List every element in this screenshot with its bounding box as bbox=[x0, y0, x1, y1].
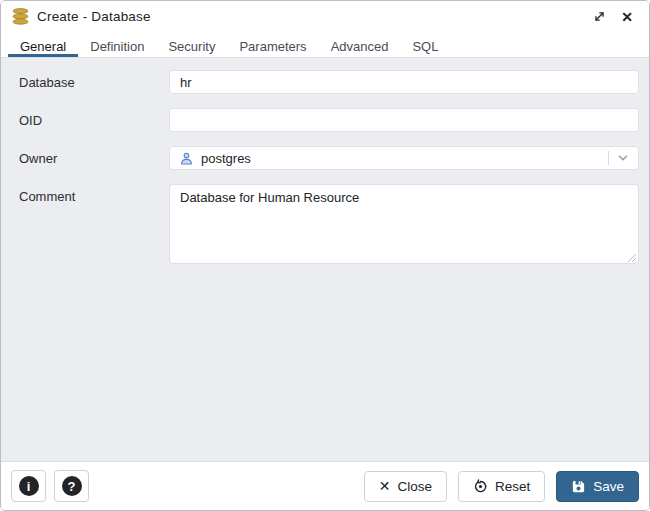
tab-security[interactable]: Security bbox=[156, 32, 227, 57]
owner-select[interactable]: postgres bbox=[169, 146, 639, 170]
save-icon bbox=[571, 479, 586, 494]
info-button[interactable]: i bbox=[11, 470, 46, 502]
comment-label: Comment bbox=[19, 184, 169, 264]
tab-parameters[interactable]: Parameters bbox=[227, 32, 318, 57]
general-tab-panel: Database OID Owner bbox=[1, 58, 649, 461]
help-button[interactable]: ? bbox=[54, 470, 89, 502]
tabbar: General Definition Security Parameters A… bbox=[1, 32, 649, 58]
oid-row: OID bbox=[19, 108, 639, 132]
database-icon bbox=[11, 8, 30, 25]
owner-row: Owner postgres bbox=[19, 146, 639, 170]
expand-icon[interactable] bbox=[589, 7, 609, 27]
titlebar: Create - Database ✕ bbox=[1, 1, 649, 32]
database-label: Database bbox=[19, 70, 169, 94]
save-button[interactable]: Save bbox=[556, 471, 639, 502]
reset-button[interactable]: Reset bbox=[458, 471, 545, 502]
close-icon[interactable]: ✕ bbox=[617, 7, 637, 27]
oid-label: OID bbox=[19, 108, 169, 132]
close-button[interactable]: ✕ Close bbox=[364, 471, 447, 502]
tab-sql[interactable]: SQL bbox=[400, 32, 450, 57]
create-database-dialog: Create - Database ✕ General Definition S… bbox=[0, 0, 650, 511]
owner-label: Owner bbox=[19, 146, 169, 170]
user-icon bbox=[180, 152, 193, 165]
close-button-label: Close bbox=[397, 479, 432, 494]
database-input[interactable] bbox=[169, 70, 639, 94]
reset-button-label: Reset bbox=[495, 479, 530, 494]
chevron-down-icon bbox=[615, 150, 631, 166]
tab-advanced[interactable]: Advanced bbox=[319, 32, 401, 57]
tab-definition[interactable]: Definition bbox=[78, 32, 156, 57]
reset-icon bbox=[473, 479, 488, 494]
info-icon: i bbox=[19, 476, 39, 496]
owner-selected-value: postgres bbox=[201, 151, 608, 166]
database-row: Database bbox=[19, 70, 639, 94]
oid-input[interactable] bbox=[169, 108, 639, 132]
comment-textarea[interactable]: Database for Human Resource bbox=[169, 184, 639, 264]
select-divider bbox=[608, 151, 609, 165]
footer: i ? ✕ Close Reset bbox=[1, 461, 649, 510]
save-button-label: Save bbox=[593, 479, 624, 494]
dialog-title: Create - Database bbox=[37, 9, 151, 24]
help-icon: ? bbox=[62, 476, 82, 496]
tab-general[interactable]: General bbox=[8, 32, 78, 57]
close-x-icon: ✕ bbox=[379, 479, 391, 493]
comment-row: Comment Database for Human Resource bbox=[19, 184, 639, 264]
